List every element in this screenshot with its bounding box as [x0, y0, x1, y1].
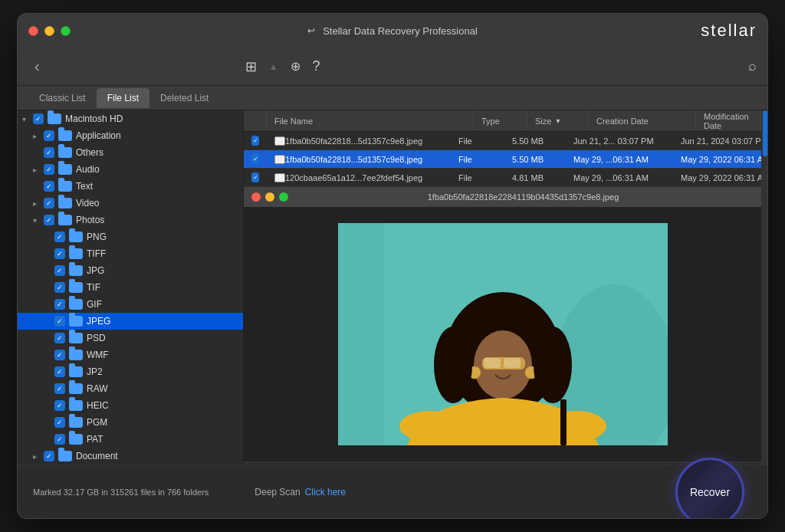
sidebar-item-audio[interactable]: ▸Audio [18, 161, 243, 178]
search-icon[interactable]: ⊕ [291, 59, 301, 74]
preview-row: 1fba0b50fa22818e2284119b04435d1357c9e8.j… [244, 187, 761, 463]
preview-image-area [244, 207, 761, 461]
tree-checkbox[interactable] [54, 400, 65, 411]
sidebar-item-photos[interactable]: ▾Photos [18, 212, 243, 228]
sidebar-item-psd[interactable]: PSD [18, 330, 243, 346]
tree-checkbox[interactable] [54, 333, 65, 343]
folder-icon [69, 417, 83, 428]
tab-classic-list[interactable]: Classic List [28, 88, 97, 108]
titlebar: ↩ Stellar Data Recovery Professional ste… [18, 14, 767, 48]
tree-checkbox[interactable] [54, 316, 65, 327]
tabs-bar: Classic List File List Deleted List [18, 86, 767, 110]
deep-scan-area: Deep Scan Click here [224, 487, 660, 498]
folder-icon [69, 333, 83, 343]
tree-checkbox[interactable] [44, 451, 54, 461]
tree-checkbox[interactable] [44, 147, 54, 158]
sidebar-item-jpeg[interactable]: JPEG [18, 313, 243, 330]
sidebar-item-application[interactable]: ▸Application [18, 127, 243, 144]
tree-checkbox[interactable] [44, 181, 54, 192]
tree-label: PGM [87, 417, 107, 428]
back-button[interactable]: ‹ [28, 54, 46, 78]
sidebar-item-jpg[interactable]: JPG [18, 262, 243, 279]
click-here-link[interactable]: Click here [305, 487, 346, 498]
row-checkbox[interactable] [251, 172, 259, 182]
svg-rect-17 [560, 399, 567, 445]
cell-creation: May 29, ...06:31 AM [566, 173, 673, 182]
sidebar-item-text[interactable]: Text [18, 178, 243, 195]
tab-deleted-list[interactable]: Deleted List [149, 88, 219, 108]
tree-arrow: ▾ [22, 115, 33, 123]
folder-icon [58, 215, 72, 225]
sidebar-item-png[interactable]: PNG [18, 228, 243, 245]
tree-label: RAW [87, 383, 108, 394]
scrollbar-thumb[interactable] [763, 110, 767, 156]
tree-label: TIF [87, 282, 100, 293]
tree-checkbox[interactable] [44, 130, 54, 141]
tree-checkbox[interactable] [44, 198, 54, 209]
preview-filename: 1fba0b50fa22818e2284119b04435d1357c9e8.j… [293, 192, 754, 202]
header-size[interactable]: Size ▼ [527, 110, 589, 131]
table-row[interactable]: 1fba0b50fa22818...5d1357c9e8.jpeg File 5… [244, 132, 761, 150]
tree-checkbox[interactable] [54, 248, 65, 259]
header-checkbox-col [244, 110, 267, 131]
close-button[interactable] [28, 26, 38, 36]
table-row[interactable]: 1fba0b50fa22818...5d1357c9e8.jpeg File 5… [244, 150, 761, 169]
cell-size: 4.81 MB [504, 173, 566, 182]
scrollbar-track[interactable] [761, 110, 767, 465]
tree-label: Text [76, 181, 93, 192]
app-logo: stellar [701, 21, 757, 41]
folder-icon [69, 282, 83, 293]
sidebar-item-pat[interactable]: PAT [18, 431, 243, 448]
tree-checkbox[interactable] [33, 113, 44, 124]
sidebar-item-document[interactable]: ▸Document [18, 448, 243, 465]
table-row[interactable]: 120cbaae65a1a12...7ee2fdef54.jpeg File 4… [244, 169, 761, 187]
sidebar-item-video[interactable]: ▸Video [18, 195, 243, 212]
tree-checkbox[interactable] [44, 164, 54, 175]
grid-view-icon[interactable]: ⊞ [245, 58, 257, 75]
folder-icon [58, 198, 72, 209]
maximize-button[interactable] [61, 26, 71, 36]
header-modification[interactable]: Modification Date [696, 110, 761, 131]
search-button[interactable]: ⌕ [748, 58, 757, 74]
tab-file-list[interactable]: File List [97, 88, 149, 108]
sidebar-item-heic[interactable]: HEIC [18, 397, 243, 414]
cell-creation: Jun 21, 2... 03:07 PM [566, 136, 673, 146]
header-type[interactable]: Type [474, 110, 527, 131]
folder-icon [58, 130, 72, 141]
tree-checkbox[interactable] [54, 232, 65, 242]
tree-checkbox[interactable] [54, 299, 65, 310]
folder-icon [58, 451, 72, 461]
sidebar-item-others[interactable]: Others [18, 144, 243, 161]
header-creation[interactable]: Creation Date [589, 110, 696, 131]
sidebar-item-raw[interactable]: RAW [18, 380, 243, 397]
minimize-button[interactable] [44, 26, 54, 36]
sidebar-item-tiff[interactable]: TIFF [18, 245, 243, 262]
tree-label: PNG [87, 232, 107, 242]
tree-checkbox[interactable] [54, 434, 65, 445]
help-icon[interactable]: ? [313, 58, 320, 74]
sidebar-item-gif[interactable]: GIF [18, 296, 243, 313]
folder-icon [69, 248, 83, 259]
tree-checkbox[interactable] [54, 265, 65, 276]
sidebar-item-jp2[interactable]: JP2 [18, 363, 243, 380]
file-panel: File Name Type Size ▼ Creation Date Modi… [244, 110, 761, 465]
tree-checkbox[interactable] [54, 383, 65, 394]
row-checkbox[interactable] [251, 154, 259, 164]
sidebar-item-tif[interactable]: TIF [18, 279, 243, 296]
sidebar-item-macintosh-hd[interactable]: ▾Macintosh HD [18, 110, 243, 127]
tree-label: TIFF [87, 248, 106, 259]
tree-checkbox[interactable] [54, 366, 65, 377]
tree-checkbox[interactable] [44, 215, 54, 225]
recover-button[interactable]: Recover [675, 458, 744, 520]
preview-image [338, 223, 668, 445]
header-filename[interactable]: File Name [267, 110, 474, 131]
tree-checkbox[interactable] [54, 282, 65, 293]
tree-label: Macintosh HD [65, 113, 123, 124]
svg-point-14 [545, 411, 606, 442]
tree-checkbox[interactable] [54, 350, 65, 360]
toolbar: ‹ ⊞ ▲ ⊕ ? ⌕ [18, 48, 767, 86]
row-checkbox[interactable] [251, 136, 259, 146]
sidebar-item-wmf[interactable]: WMF [18, 346, 243, 363]
tree-checkbox[interactable] [54, 417, 65, 428]
sidebar-item-pgm[interactable]: PGM [18, 414, 243, 431]
